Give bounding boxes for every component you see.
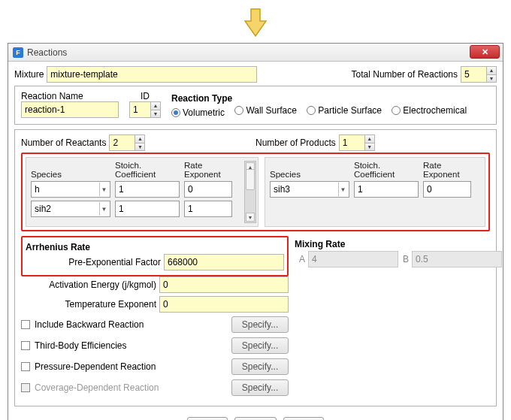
mixture-input[interactable]	[47, 66, 257, 83]
backward-specify-button[interactable]: Specify...	[231, 316, 289, 333]
preexp-input[interactable]	[164, 254, 284, 270]
reactant-coeff-input[interactable]	[115, 201, 180, 217]
preexp-label: Pre-Exponential Factor	[26, 257, 161, 267]
mixture-label: Mixture	[14, 69, 44, 80]
radio-electrochemical[interactable]: Electrochemical	[392, 105, 467, 116]
cancel-button[interactable]: Cancel	[234, 417, 276, 420]
chevron-down-icon: ▼	[99, 183, 108, 196]
num-products-spinner[interactable]: ▲▼	[339, 134, 375, 151]
mixing-title: Mixing Rate	[295, 239, 502, 249]
spinner-down-icon[interactable]: ▼	[364, 144, 375, 152]
reaction-type-label: Reaction Type	[171, 93, 490, 104]
mixing-a-input	[308, 251, 398, 267]
coverage-label: Coverage-Dependent Reaction	[35, 382, 159, 393]
radio-volumetric[interactable]: Volumetric	[171, 107, 225, 118]
num-reactants-value[interactable]	[109, 134, 135, 151]
coverage-row: Coverage-Dependent Reaction Specify...	[21, 379, 289, 397]
col-stoich: Stoich.Coefficient	[115, 161, 180, 179]
species-highlight: Species Stoich.Coefficient RateExponent …	[21, 153, 490, 231]
products-panel: Species Stoich.Coefficient RateExponent …	[265, 157, 485, 227]
pressure-checkbox[interactable]	[21, 362, 30, 371]
arrhenius-highlight: Arrhenius Rate Pre-Exponential Factor	[21, 236, 289, 276]
num-reactants-label: Number of Reactants	[21, 137, 106, 148]
include-backward-row: Include Backward Reaction Specify...	[21, 316, 289, 334]
third-body-checkbox[interactable]	[21, 341, 30, 350]
help-button[interactable]: Help	[283, 417, 324, 420]
col-rate: RateExponent	[423, 161, 471, 179]
spinner-up-icon[interactable]: ▲	[364, 134, 375, 144]
tempexp-input[interactable]	[159, 296, 289, 313]
species-and-rate-group: Number of Reactants ▲▼ Number of Product…	[14, 129, 497, 406]
activation-input[interactable]	[159, 276, 289, 293]
pressure-specify-button[interactable]: Specify...	[231, 358, 289, 375]
mixing-b-label: B	[403, 254, 409, 264]
chevron-down-icon: ▼	[99, 202, 108, 216]
spinner-up-icon[interactable]: ▲	[486, 66, 497, 75]
reactant-species-select[interactable]: h▼	[31, 181, 110, 198]
app-icon: F	[13, 47, 23, 58]
pressure-row: Pressure-Dependent Reaction Specify...	[21, 358, 289, 376]
dialog-footer: OK Cancel Help	[14, 411, 497, 420]
include-backward-label: Include Backward Reaction	[35, 319, 144, 330]
product-coeff-input[interactable]	[354, 181, 419, 198]
include-backward-checkbox[interactable]	[21, 320, 30, 329]
reactant-species-select[interactable]: sih2▼	[31, 201, 110, 217]
titlebar: F Reactions ✕	[8, 44, 503, 62]
scroll-thumb[interactable]	[246, 169, 255, 190]
reactant-exp-input[interactable]	[184, 201, 232, 217]
third-body-row: Third-Body Efficiencies Specify...	[21, 337, 289, 355]
num-reactants-spinner[interactable]: ▲▼	[109, 134, 145, 151]
ok-button[interactable]: OK	[187, 417, 228, 420]
col-species: Species	[270, 161, 349, 179]
activation-label: Activation Energy (j/kgmol)	[21, 279, 156, 290]
total-reactions-spinner[interactable]: ▲▼	[461, 66, 497, 83]
down-arrow-icon	[240, 8, 271, 38]
radio-particle-surface[interactable]: Particle Surface	[307, 105, 382, 116]
spinner-up-icon[interactable]: ▲	[150, 101, 161, 110]
reaction-id-label: ID	[129, 91, 161, 101]
pressure-label: Pressure-Dependent Reaction	[35, 361, 156, 372]
product-row: sih3▼	[270, 181, 480, 198]
arrhenius-title: Arrhenius Rate	[26, 242, 284, 252]
tempexp-label: Temperature Exponent	[21, 299, 156, 310]
col-species: Species	[31, 161, 110, 179]
close-button[interactable]: ✕	[470, 45, 500, 59]
mixing-b-input	[412, 251, 502, 267]
reactants-panel: Species Stoich.Coefficient RateExponent …	[26, 157, 259, 227]
col-stoich: Stoich.Coefficient	[354, 161, 419, 179]
total-reactions-label: Total Number of Reactions	[352, 69, 458, 80]
reactant-row: h▼	[31, 181, 241, 198]
annotation-arrow	[8, 8, 503, 40]
product-exp-input[interactable]	[423, 181, 471, 198]
num-products-value[interactable]	[339, 134, 364, 151]
scroll-down-icon[interactable]: ▼	[246, 213, 255, 222]
third-body-label: Third-Body Efficiencies	[35, 340, 127, 351]
coverage-specify-button: Specify...	[231, 379, 289, 396]
third-body-specify-button[interactable]: Specify...	[231, 337, 289, 354]
spinner-down-icon[interactable]: ▼	[135, 144, 145, 152]
spinner-up-icon[interactable]: ▲	[135, 134, 145, 144]
radio-wall-surface[interactable]: Wall Surface	[234, 105, 297, 116]
window-title: Reactions	[27, 47, 67, 58]
spinner-down-icon[interactable]: ▼	[150, 110, 161, 119]
total-reactions-value[interactable]	[461, 66, 486, 83]
reactant-coeff-input[interactable]	[115, 181, 180, 198]
coverage-checkbox	[21, 383, 30, 392]
spinner-down-icon[interactable]: ▼	[486, 75, 497, 83]
reactant-exp-input[interactable]	[184, 181, 232, 198]
reactant-row: sih2▼	[31, 201, 241, 217]
reactants-scrollbar[interactable]: ▲ ▼	[244, 161, 256, 223]
close-icon: ✕	[482, 47, 488, 57]
reaction-type-group: Reaction Name ID ▲▼ Reaction Type Volume…	[14, 86, 497, 125]
reactions-dialog: F Reactions ✕ Mixture Total Number of Re…	[8, 43, 503, 420]
mixing-a-label: A	[299, 254, 305, 264]
reaction-name-input[interactable]	[21, 101, 119, 118]
num-products-label: Number of Products	[256, 137, 336, 148]
col-rate: RateExponent	[184, 161, 232, 179]
product-species-select[interactable]: sih3▼	[270, 181, 349, 198]
reaction-id-spinner[interactable]: ▲▼	[129, 101, 161, 118]
reaction-id-value[interactable]	[129, 101, 150, 118]
chevron-down-icon: ▼	[338, 183, 347, 196]
reaction-name-label: Reaction Name	[21, 91, 119, 101]
